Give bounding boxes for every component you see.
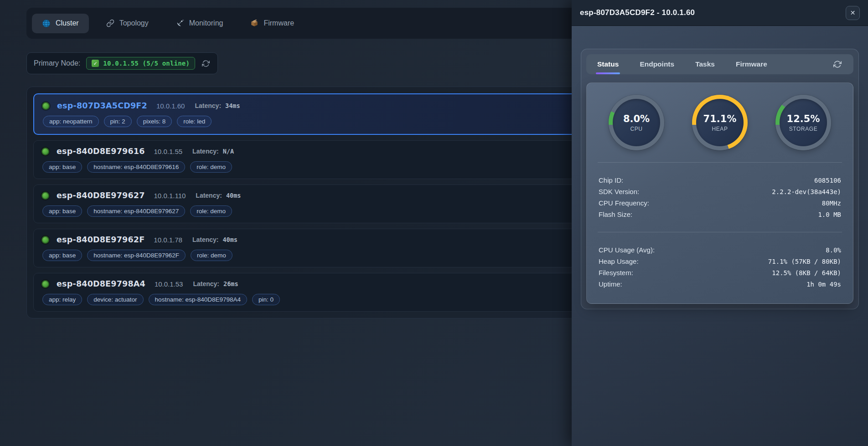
info-label: CPU Frequency: [599, 199, 649, 207]
device-name: esp-807D3A5CD9F2 [57, 101, 147, 110]
device-ip: 10.0.1.53 [155, 280, 183, 288]
tab-firmware[interactable]: Firmware [240, 14, 304, 33]
refresh-icon[interactable] [201, 59, 211, 68]
online-dot-icon [41, 192, 49, 200]
panel-title: esp-807D3A5CD9F2 - 10.0.1.60 [580, 8, 695, 17]
panel-tab-tasks[interactable]: Tasks [695, 54, 715, 74]
device-tag: app: neopattern [43, 116, 99, 127]
device-name: esp-840D8E97962F [57, 235, 145, 244]
info-label: Filesystem: [599, 269, 633, 277]
info-value: 12.5% (8KB / 64KB) [772, 269, 841, 277]
latency-value: 40ms [226, 192, 241, 199]
panel-tab-endpoints[interactable]: Endpoints [640, 54, 674, 74]
info-label: Uptime: [599, 280, 622, 288]
globe-icon [42, 19, 51, 28]
panel-header: esp-807D3A5CD9F2 - 10.0.1.60 ✕ [572, 0, 868, 26]
device-tag: pin: 2 [104, 116, 132, 127]
tab-topology[interactable]: Topology [96, 14, 159, 33]
latency-label: Latency: [193, 280, 219, 287]
device-ip: 10.0.1.110 [154, 192, 186, 200]
cpu-gauge: 8.0% CPU [609, 95, 664, 150]
device-tag: role: demo [190, 205, 232, 217]
latency-value: 34ms [225, 102, 240, 109]
device-ip: 10.0.1.78 [154, 236, 182, 244]
info-value: 80MHz [822, 200, 841, 207]
online-dot-icon [41, 236, 49, 244]
info-row-cpu-frequency: CPU Frequency: 80MHz [599, 197, 841, 209]
tab-label: Monitoring [189, 19, 223, 27]
device-name: esp-840D8E979627 [57, 191, 145, 200]
gauge-value: 71.1% [703, 113, 737, 124]
latency-label: Latency: [192, 148, 219, 155]
gauge-value: 8.0% [623, 113, 650, 124]
device-tag: hostname: esp-840D8E979616 [87, 161, 185, 173]
online-dot-icon [42, 102, 50, 110]
tab-monitoring[interactable]: Monitoring [166, 14, 233, 33]
primary-node-value: 10.0.1.55 (5/5 online) [103, 60, 190, 67]
latency-label: Latency: [195, 102, 221, 109]
gauges-row: 8.0% CPU 71.1% HEAP 12.5% STORAGE [599, 95, 841, 150]
status-content-card: 8.0% CPU 71.1% HEAP 12.5% STORAGE [586, 82, 853, 304]
device-tag: app: base [42, 161, 82, 173]
refresh-icon[interactable] [832, 59, 842, 69]
tab-label: Firmware [264, 19, 294, 27]
info-value: 6085106 [814, 177, 841, 184]
device-name: esp-840D8E979616 [57, 147, 145, 156]
device-tag: role: led [177, 116, 212, 127]
gauge-label: CPU [630, 126, 642, 132]
gauge-label: STORAGE [789, 126, 818, 132]
info-row-uptime: Uptime: 1h 0m 49s [599, 278, 841, 290]
latency-label: Latency: [196, 192, 222, 199]
device-detail-panel: esp-807D3A5CD9F2 - 10.0.1.60 ✕ Status En… [572, 0, 868, 446]
info-row-filesystem: Filesystem: 12.5% (8KB / 64KB) [599, 267, 841, 278]
primary-node-bar: Primary Node: ✓ 10.0.1.55 (5/5 online) [26, 52, 218, 74]
panel-tab-wrapper: Status Endpoints Tasks Firmware 8.0% CPU [581, 49, 859, 309]
close-icon[interactable]: ✕ [846, 6, 860, 20]
info-value: 8.0% [826, 246, 841, 254]
device-tag: hostname: esp-840D8E9798A4 [149, 294, 247, 305]
info-value: 71.1% (57KB / 80KB) [768, 258, 841, 265]
divider [598, 232, 842, 232]
link-icon [106, 19, 114, 27]
latency-label: Latency: [192, 236, 219, 243]
package-icon [250, 19, 258, 27]
device-name: esp-840D8E9798A4 [57, 279, 145, 288]
heap-gauge: 71.1% HEAP [692, 95, 748, 150]
device-tag: pixels: 8 [137, 116, 172, 127]
info-value: 2.2.2-dev(38a443e) [772, 188, 841, 195]
info-label: CPU Usage (Avg): [599, 246, 655, 254]
device-tag: role: demo [190, 161, 232, 173]
device-tag: device: actuator [87, 294, 143, 305]
info-row-cpu-usage: CPU Usage (Avg): 8.0% [599, 244, 841, 256]
panel-tab-firmware[interactable]: Firmware [736, 54, 767, 74]
gauge-label: HEAP [712, 126, 728, 132]
device-ip: 10.0.1.60 [156, 102, 185, 110]
info-value: 1h 0m 49s [806, 281, 841, 288]
panel-tab-bar: Status Endpoints Tasks Firmware [586, 54, 853, 74]
latency-value: N/A [223, 148, 234, 155]
info-row-chip-id: Chip ID: 6085106 [599, 174, 841, 186]
info-label: Flash Size: [599, 210, 632, 218]
primary-node-label: Primary Node: [34, 59, 80, 67]
storage-gauge: 12.5% STORAGE [775, 95, 831, 150]
tab-label: Topology [119, 19, 149, 27]
info-row-flash-size: Flash Size: 1.0 MB [599, 209, 841, 220]
primary-node-badge: ✓ 10.0.1.55 (5/5 online) [86, 57, 195, 70]
device-tag: hostname: esp-840D8E97962F [87, 250, 186, 261]
info-label: SDK Version: [599, 188, 639, 195]
check-icon: ✓ [92, 60, 99, 67]
device-tag: hostname: esp-840D8E979627 [87, 205, 185, 217]
device-tag: app: base [42, 205, 82, 217]
panel-tab-status[interactable]: Status [597, 54, 619, 74]
divider [598, 162, 842, 163]
device-tag: app: relay [42, 294, 82, 305]
device-tag: app: base [42, 250, 82, 261]
info-row-heap-usage: Heap Usage: 71.1% (57KB / 80KB) [599, 256, 841, 267]
info-label: Chip ID: [599, 176, 623, 184]
panel-body: Status Endpoints Tasks Firmware 8.0% CPU [572, 26, 868, 309]
tab-cluster[interactable]: Cluster [32, 14, 89, 33]
tab-label: Cluster [56, 19, 79, 27]
info-label: Heap Usage: [599, 257, 639, 265]
device-tag: pin: 0 [252, 294, 280, 305]
satellite-icon [176, 19, 184, 27]
